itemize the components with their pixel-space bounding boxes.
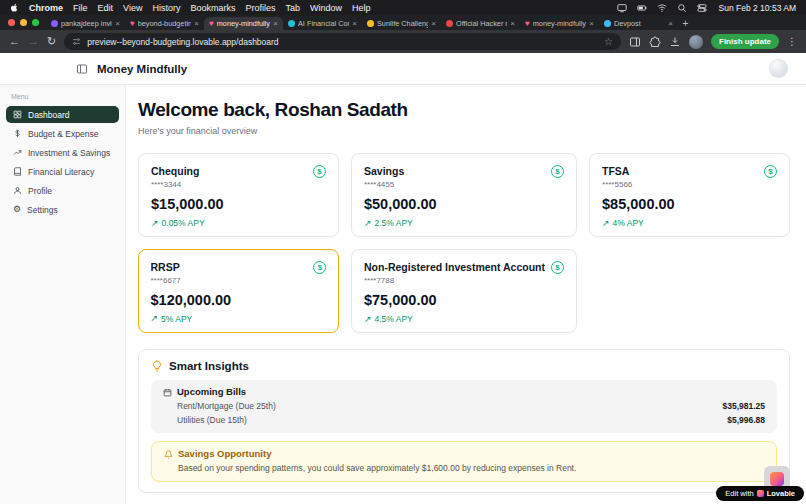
- dollar-circle-icon: $: [764, 165, 777, 178]
- page-heading: Welcome back, Roshan Sadath: [138, 99, 790, 121]
- opportunity-text: Based on your spending patterns, you cou…: [178, 463, 764, 474]
- tab-close-icon[interactable]: ×: [115, 19, 120, 28]
- menubar-clock[interactable]: Sun Feb 2 10:53 AM: [719, 3, 797, 13]
- sidebar-item-investment-savings[interactable]: Investment & Savings: [6, 144, 119, 161]
- minimize-window-button[interactable]: [20, 19, 27, 26]
- tab-close-icon[interactable]: ×: [273, 19, 278, 28]
- close-window-button[interactable]: [8, 19, 15, 26]
- account-card-tfsa[interactable]: TFSA $ ****5566 $85,000.00 ↗4% APY: [589, 153, 790, 237]
- smart-insights-card: Smart Insights Upcoming Bills Rent/Mortg…: [138, 349, 790, 493]
- menubar-item-bookmarks[interactable]: Bookmarks: [190, 3, 235, 13]
- menubar-item-edit[interactable]: Edit: [98, 3, 114, 13]
- forward-button[interactable]: →: [28, 36, 39, 47]
- account-apy: 5% APY: [161, 314, 192, 324]
- menubar-item-history[interactable]: History: [152, 3, 180, 13]
- side-panel-icon[interactable]: [629, 36, 641, 48]
- menubar-item-chrome[interactable]: Chrome: [29, 3, 63, 13]
- edit-with-lovable-badge[interactable]: Edit with Lovable: [716, 486, 804, 501]
- address-bar[interactable]: preview--beyond-budgeting.lovable.app/da…: [64, 33, 621, 50]
- browser-profile-avatar[interactable]: [689, 35, 703, 49]
- dollar-circle-icon: $: [313, 165, 326, 178]
- bill-row: Rent/Mortgage (Due 25th) $35,981.25: [177, 401, 765, 412]
- browser-tab[interactable]: AI Financial Compa... ×: [283, 17, 362, 30]
- menubar-item-tab[interactable]: Tab: [285, 3, 300, 13]
- menubar-item-help[interactable]: Help: [352, 3, 371, 13]
- browser-tab-active[interactable]: ♥ money-mindfully ×: [204, 17, 283, 30]
- upcoming-bills-panel: Upcoming Bills Rent/Mortgage (Due 25th) …: [151, 380, 777, 433]
- sidebar-toggle-button[interactable]: [76, 63, 88, 75]
- browser-tab[interactable]: Devpost ×: [599, 17, 678, 30]
- account-name: RRSP: [151, 261, 180, 273]
- tab-close-icon[interactable]: ×: [668, 19, 673, 28]
- account-apy: 4.5% APY: [375, 314, 413, 324]
- sidebar-item-financial-literacy[interactable]: Financial Literacy: [6, 163, 119, 180]
- account-balance: $120,000.00: [151, 292, 327, 308]
- site-settings-icon[interactable]: [72, 37, 81, 46]
- menubar-item-file[interactable]: File: [73, 3, 88, 13]
- sidebar-item-profile[interactable]: Profile: [6, 182, 119, 199]
- trending-up-icon: ↗: [364, 315, 372, 324]
- browser-tab[interactable]: Official Hacker man... ×: [441, 17, 520, 30]
- back-button[interactable]: ←: [9, 36, 20, 47]
- user-avatar[interactable]: [769, 59, 788, 78]
- tab-label: AI Financial Compa...: [298, 19, 349, 28]
- badge-prefix: Edit with: [725, 489, 753, 498]
- menubar-item-view[interactable]: View: [123, 3, 142, 13]
- account-card-savings[interactable]: Savings $ ****4455 $50,000.00 ↗2.5% APY: [351, 153, 577, 237]
- zoom-window-button[interactable]: [32, 19, 39, 26]
- dollar-circle-icon: $: [551, 165, 564, 178]
- wifi-icon[interactable]: [657, 3, 667, 13]
- user-icon: [13, 186, 22, 195]
- spotlight-search-icon[interactable]: [677, 3, 687, 13]
- bills-title: Upcoming Bills: [177, 386, 246, 398]
- tab-close-icon[interactable]: ×: [352, 19, 357, 28]
- page-body: Menu Dashboard Budget & Expense Investme…: [0, 85, 806, 504]
- macos-menubar: Chrome File Edit View History Bookmarks …: [0, 0, 806, 15]
- tab-close-icon[interactable]: ×: [510, 19, 515, 28]
- tab-favicon: [604, 20, 611, 27]
- display-icon[interactable]: [617, 3, 627, 13]
- lovable-logo-icon: [770, 472, 784, 486]
- account-card-non-registered[interactable]: Non-Registered Investment Account $ ****…: [351, 249, 577, 333]
- account-balance: $75,000.00: [364, 292, 564, 308]
- downloads-icon[interactable]: [669, 36, 681, 48]
- badge-brand: Lovable: [767, 489, 795, 498]
- dashboard-grid-icon: [13, 110, 22, 119]
- account-card-chequing[interactable]: Chequing $ ****3344 $15,000.00 ↗0.05% AP…: [138, 153, 339, 237]
- tab-close-icon[interactable]: ×: [194, 19, 199, 28]
- reload-button[interactable]: ↻: [47, 36, 56, 47]
- trending-up-icon: ↗: [151, 314, 159, 323]
- tab-label: beyond-budgeting: [138, 19, 192, 28]
- apple-menu-icon[interactable]: [10, 3, 19, 12]
- insights-title: Smart Insights: [169, 360, 249, 372]
- account-card-rrsp-highlighted[interactable]: RRSP $ ****6677 $120,000.00 ↗5% APY: [138, 249, 339, 333]
- control-center-icon[interactable]: [697, 3, 707, 13]
- account-name: Chequing: [151, 165, 199, 177]
- finish-update-button[interactable]: Finish update: [711, 34, 779, 49]
- account-number: ****7788: [364, 276, 564, 285]
- menubar-item-window[interactable]: Window: [310, 3, 342, 13]
- sidebar-item-settings[interactable]: ⚙ Settings: [6, 201, 119, 218]
- sidebar-item-label: Financial Literacy: [28, 167, 94, 177]
- battery-icon[interactable]: [637, 3, 647, 13]
- browser-tab[interactable]: pankajdeep invited... ×: [46, 17, 125, 30]
- bookmark-star-icon[interactable]: ☆: [604, 37, 613, 47]
- lovable-heart-icon: [757, 490, 764, 497]
- sidebar-section-label: Menu: [11, 93, 119, 100]
- window-controls: [6, 15, 46, 30]
- menubar-item-profiles[interactable]: Profiles: [245, 3, 275, 13]
- account-balance: $85,000.00: [602, 196, 777, 212]
- browser-tab[interactable]: ♥ money-mindfully ×: [520, 17, 599, 30]
- sidebar-item-label: Profile: [28, 186, 52, 196]
- sidebar-item-dashboard[interactable]: Dashboard: [6, 106, 119, 123]
- extensions-puzzle-icon[interactable]: [649, 36, 661, 48]
- tab-close-icon[interactable]: ×: [589, 19, 594, 28]
- tab-close-icon[interactable]: ×: [431, 19, 436, 28]
- sidebar-item-label: Settings: [27, 205, 58, 215]
- browser-tab[interactable]: Sunlife Challenge ×: [362, 17, 441, 30]
- chrome-menu-button[interactable]: ⋮: [787, 37, 797, 47]
- new-tab-button[interactable]: +: [678, 17, 693, 30]
- sidebar-item-budget-expense[interactable]: Budget & Expense: [6, 125, 119, 142]
- browser-tab[interactable]: ♥ beyond-budgeting ×: [125, 17, 204, 30]
- trending-up-icon: ↗: [151, 219, 159, 228]
